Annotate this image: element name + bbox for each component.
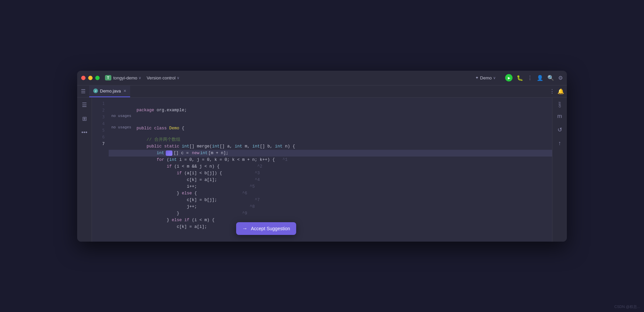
line-num-2: 2 xyxy=(92,107,109,114)
sidebar-toggle[interactable]: ☰ xyxy=(77,85,89,97)
run-button[interactable]: ▶ xyxy=(505,74,513,81)
more-tools-icon[interactable]: ••• xyxy=(80,128,89,137)
account-icon[interactable]: 👤 xyxy=(537,75,543,81)
play-icon: ▶ xyxy=(508,76,511,80)
run-config-chevron-icon: ∨ xyxy=(493,76,496,80)
minimize-button[interactable] xyxy=(88,76,93,80)
more-tabs-icon[interactable]: ⋮ xyxy=(549,88,555,95)
java-file-icon: J xyxy=(93,88,98,93)
close-button[interactable] xyxy=(81,76,86,80)
titlebar: T tongyi-demo ∨ Version control ∨ ✦ Demo… xyxy=(77,71,567,85)
more-options-icon[interactable]: ⋮ xyxy=(527,75,533,81)
ai-star-icon: ✦ xyxy=(475,75,479,80)
tabsbar-actions: ⋮ 🔔 xyxy=(549,85,567,97)
maximize-button[interactable] xyxy=(95,76,100,80)
search-icon[interactable]: 🔍 xyxy=(547,75,554,81)
debug-icon[interactable]: 🐛 xyxy=(517,75,523,81)
suggestion-arrow-icon: → xyxy=(242,226,248,232)
code-line-1: package org.example; xyxy=(109,100,552,107)
sidebar-toggle-icon: ☰ xyxy=(81,88,86,95)
notifications-icon[interactable]: 🔔 xyxy=(557,88,564,95)
tab-label: Demo.java xyxy=(100,88,121,93)
structure-icon[interactable]: ⊞ xyxy=(81,114,88,124)
tab-close-icon[interactable]: × xyxy=(123,88,126,93)
line-num-3: 3 xyxy=(92,114,109,120)
tab-demo-java[interactable]: J Demo.java × xyxy=(89,85,130,97)
settings-icon[interactable]: ⚙ xyxy=(558,75,563,81)
file-tree-icon[interactable]: ☰ xyxy=(80,100,88,110)
meta-no-usages-1: no usages xyxy=(109,114,552,118)
accept-suggestion-label: Accept Suggestion xyxy=(251,226,290,231)
line-num-7: 7 xyxy=(92,140,109,147)
line-num-4: 4 xyxy=(92,120,109,127)
line-numbers: 1 2 3 4 5 6 7 xyxy=(92,98,109,242)
traffic-lights xyxy=(81,76,100,80)
accept-suggestion-popup[interactable]: → Accept Suggestion xyxy=(236,222,296,235)
left-sidebar: ☰ ⊞ ••• xyxy=(77,98,92,242)
project-chevron-icon[interactable]: ∨ xyxy=(139,76,141,80)
watermark: CSDN @权息... xyxy=(614,304,640,309)
code-content[interactable]: package org.example; no usages public cl… xyxy=(109,98,552,242)
tabsbar: ☰ J Demo.java × ⋮ 🔔 xyxy=(77,85,567,98)
main-content: ☰ ⊞ ••• 1 2 3 4 5 6 7 package org.exampl… xyxy=(77,98,567,242)
line-num-5: 5 xyxy=(92,127,109,134)
right-sidebar: OFF m ↺ ↑ xyxy=(552,98,567,242)
line-num-1: 1 xyxy=(92,100,109,107)
version-control-chevron-icon[interactable]: ∨ xyxy=(177,76,179,80)
ide-window: T tongyi-demo ∨ Version control ∨ ✦ Demo… xyxy=(77,71,567,242)
scroll-up-icon[interactable]: ↑ xyxy=(557,139,562,148)
version-control-label: Version control xyxy=(147,75,175,80)
code-editor[interactable]: 1 2 3 4 5 6 7 package org.example; no us… xyxy=(92,98,552,242)
run-config[interactable]: ✦ Demo ∨ xyxy=(475,75,501,80)
off-label: OFF xyxy=(558,102,561,108)
titlebar-right: ✦ Demo ∨ ▶ 🐛 ⋮ 👤 🔍 ⚙ xyxy=(475,74,563,81)
project-name: tongyi-demo xyxy=(113,75,138,80)
run-config-label: Demo xyxy=(480,75,492,80)
minimap-icon[interactable]: m xyxy=(556,112,563,121)
project-badge: T xyxy=(105,75,111,80)
ai-assistant-icon[interactable]: ↺ xyxy=(556,125,564,135)
code-line-3: public class Demo { xyxy=(109,118,552,125)
line-num-6: 6 xyxy=(92,134,109,140)
